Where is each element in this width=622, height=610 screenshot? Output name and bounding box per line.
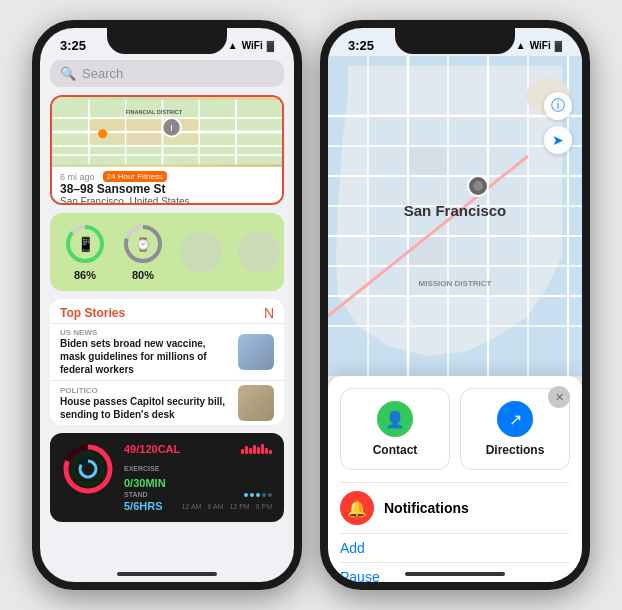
empty-ring-1: [180, 231, 222, 273]
cal-value: 49/120CAL: [124, 443, 180, 455]
watch-battery-pct: 80%: [132, 269, 154, 281]
right-notch: [395, 28, 515, 54]
svg-rect-11: [127, 119, 162, 131]
svg-rect-66: [369, 267, 407, 295]
svg-rect-64: [449, 237, 487, 265]
map-info: 6 mi ago 24 Hour Fitness 38–98 Sansome S…: [52, 167, 282, 205]
news-source-1: US NEWS: [60, 328, 230, 337]
time-right: 3:25: [348, 38, 374, 53]
sheet-actions: 👤 Contact ↗ Directions: [340, 388, 570, 470]
svg-rect-54: [369, 177, 407, 205]
status-icons-right: ▲ WiFi ▓: [516, 40, 562, 51]
svg-rect-58: [369, 207, 407, 235]
map-city: San Francisco, United States: [60, 196, 274, 205]
phone-icon: 📱: [77, 236, 94, 252]
sheet-close-button[interactable]: ✕: [548, 386, 570, 408]
phone-battery-pct: 86%: [74, 269, 96, 281]
home-indicator-left: [117, 572, 217, 576]
contact-label: Contact: [373, 443, 418, 457]
hrs-value: 5/6HRS: [124, 500, 163, 512]
news-apple-icon: N: [264, 305, 274, 321]
news-thumb-1: [238, 334, 274, 370]
watch-icon: ⌚: [135, 237, 151, 252]
svg-rect-69: [489, 267, 527, 295]
search-bar[interactable]: 🔍 Search: [50, 60, 284, 87]
svg-text:I: I: [170, 123, 173, 133]
svg-point-74: [473, 181, 483, 191]
svg-point-19: [98, 129, 107, 138]
activity-ring: [62, 443, 114, 495]
empty-ring-2: [238, 231, 280, 273]
map-area[interactable]: San Francisco MISSION DISTRICT ⓘ ➤: [328, 56, 582, 376]
directions-icon: ↗: [497, 401, 533, 437]
news-text-2: POLITICO House passes Capitol security b…: [60, 386, 230, 421]
svg-rect-50: [369, 147, 407, 175]
svg-point-26: [73, 454, 103, 484]
battery-icon-left: ▓: [267, 40, 274, 51]
svg-rect-52: [449, 147, 487, 175]
news-item-2[interactable]: POLITICO House passes Capitol security b…: [50, 380, 284, 425]
min-value: 0/30MIN: [124, 477, 166, 489]
notifications-icon: 🔔: [340, 491, 374, 525]
bottom-sheet: ✕ 👤 Contact ↗ Directions: [328, 376, 582, 582]
search-icon: 🔍: [60, 66, 76, 81]
add-label: Add: [340, 540, 365, 556]
map-widget[interactable]: I FINANCIAL DISTRICT 6 mi ago 24 Hour Fi…: [50, 95, 284, 205]
right-screen: 3:25 ▲ WiFi ▓: [328, 28, 582, 582]
distance-label: 6 mi ago: [60, 172, 95, 182]
news-source-2: POLITICO: [60, 386, 230, 395]
home-indicator-right: [405, 572, 505, 576]
top-stories-label: Top Stories: [60, 306, 125, 320]
battery-empty-2: [238, 231, 280, 273]
directions-label: Directions: [486, 443, 545, 457]
svg-text:MISSION DISTRICT: MISSION DISTRICT: [419, 279, 492, 288]
pause-label: Pause: [340, 569, 380, 582]
arrow-icon: ↗: [509, 410, 522, 429]
left-screen: 3:25 ▲ WiFi ▓ 🔍 Search: [40, 28, 294, 582]
notifications-row[interactable]: 🔔 Notifications: [340, 482, 570, 533]
map-location-button[interactable]: ➤: [544, 126, 572, 154]
map-info-button[interactable]: ⓘ: [544, 92, 572, 120]
contact-action[interactable]: 👤 Contact: [340, 388, 450, 470]
news-header: Top Stories N: [50, 299, 284, 323]
svg-rect-51: [409, 147, 447, 175]
svg-rect-47: [409, 117, 447, 145]
left-phone: 3:25 ▲ WiFi ▓ 🔍 Search: [32, 20, 302, 590]
status-icons-left: ▲ WiFi ▓: [228, 40, 274, 51]
news-item-1[interactable]: US NEWS Biden sets broad new vaccine, ma…: [50, 323, 284, 380]
watch-battery: ⌚ 80%: [122, 223, 164, 281]
activity-stats: 49/120CAL EXERCISE: [124, 443, 272, 512]
svg-rect-63: [409, 237, 447, 265]
battery-widget: 📱 86% ⌚ 80%: [50, 213, 284, 291]
news-thumb-2: [238, 385, 274, 421]
svg-rect-65: [489, 237, 527, 265]
move-chart: [241, 444, 272, 454]
time-labels: 12 AM6 AM12 PM6 PM: [182, 503, 272, 510]
news-headline-2: House passes Capitol security bill, send…: [60, 395, 230, 421]
svg-rect-13: [90, 133, 125, 145]
phone-battery: 📱 86%: [64, 223, 106, 281]
news-headline-1: Biden sets broad new vaccine, mask guide…: [60, 337, 230, 376]
watch-battery-ring: ⌚: [122, 223, 164, 265]
map-svg: I FINANCIAL DISTRICT: [52, 97, 282, 167]
signal-icon-left: ▲: [228, 40, 238, 51]
time-left: 3:25: [60, 38, 86, 53]
signal-icon-right: ▲: [516, 40, 526, 51]
notifications-label: Notifications: [384, 500, 469, 516]
activity-widget: 49/120CAL EXERCISE: [50, 433, 284, 522]
bell-icon: 🔔: [347, 499, 367, 518]
stand-dots: [244, 493, 272, 497]
news-widget: Top Stories N US NEWS Biden sets broad n…: [50, 299, 284, 425]
wifi-icon-left: WiFi: [242, 40, 263, 51]
svg-rect-46: [369, 117, 407, 145]
battery-empty-1: [180, 231, 222, 273]
add-link[interactable]: Add: [340, 533, 570, 562]
svg-rect-48: [449, 117, 487, 145]
search-placeholder: Search: [82, 66, 123, 81]
map-preview: I FINANCIAL DISTRICT: [52, 97, 282, 167]
map-address: 38–98 Sansome St: [60, 182, 274, 196]
news-text-1: US NEWS Biden sets broad new vaccine, ma…: [60, 328, 230, 376]
wifi-icon-right: WiFi: [530, 40, 551, 51]
contact-icon: 👤: [377, 401, 413, 437]
svg-rect-14: [127, 133, 162, 145]
